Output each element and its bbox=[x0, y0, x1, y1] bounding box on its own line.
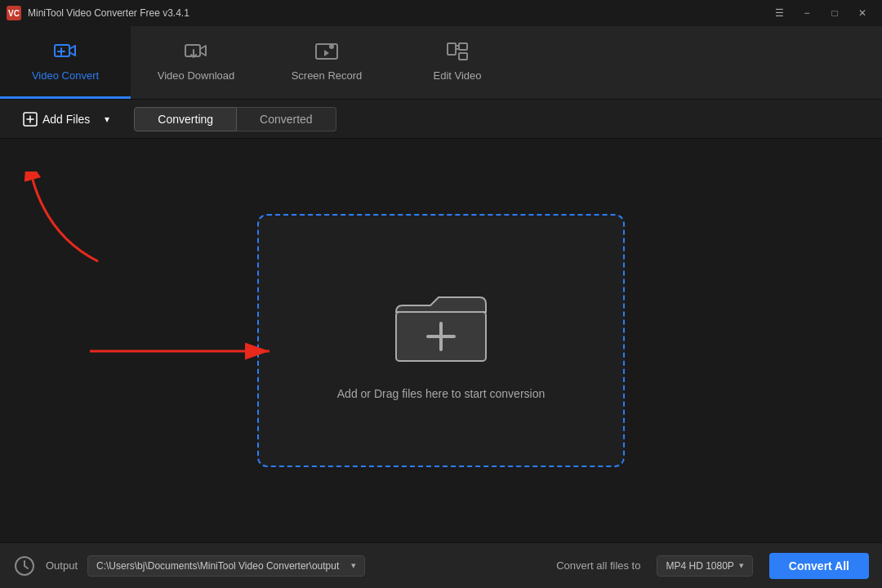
app-logo: VC bbox=[7, 6, 21, 20]
tab-group: Converting Converted bbox=[134, 107, 336, 131]
convert-all-button[interactable]: Convert All bbox=[769, 553, 869, 579]
output-path-text: C:\Users\bj\Documents\MiniTool Video Con… bbox=[96, 560, 339, 572]
arrow-annotation-mid bbox=[82, 318, 286, 384]
svg-point-3 bbox=[329, 44, 334, 49]
clock-icon bbox=[13, 555, 36, 577]
nav-item-edit-video[interactable]: Edit Video bbox=[392, 26, 523, 99]
minimize-button[interactable]: − bbox=[794, 3, 820, 23]
tab-converted[interactable]: Converted bbox=[237, 107, 336, 131]
svg-rect-5 bbox=[459, 43, 467, 50]
nav-label-edit-video: Edit Video bbox=[433, 69, 481, 82]
format-text: MP4 HD 1080P bbox=[666, 560, 733, 572]
video-download-icon bbox=[183, 38, 209, 65]
nav-label-video-download: Video Download bbox=[158, 69, 234, 82]
format-selector[interactable]: MP4 HD 1080P ▾ bbox=[657, 555, 752, 577]
window-controls: ☰ − □ ✕ bbox=[766, 3, 875, 23]
format-dropdown-icon: ▾ bbox=[739, 560, 744, 571]
arrow-annotation-top bbox=[24, 172, 122, 270]
title-left: VC MiniTool Video Converter Free v3.4.1 bbox=[7, 6, 189, 20]
video-convert-icon bbox=[52, 38, 78, 65]
toolbar: Add Files ▾ Converting Converted bbox=[0, 100, 882, 139]
output-path-dropdown[interactable]: ▾ bbox=[351, 560, 356, 571]
nav-label-video-convert: Video Convert bbox=[32, 69, 99, 82]
nav-item-screen-record[interactable]: Screen Record bbox=[261, 26, 392, 99]
edit-video-icon bbox=[444, 38, 470, 65]
add-files-label: Add Files bbox=[42, 113, 90, 126]
title-bar: VC MiniTool Video Converter Free v3.4.1 … bbox=[0, 0, 882, 26]
nav-bar: Video Convert Video Download Screen Reco… bbox=[0, 26, 882, 100]
status-bar: Output C:\Users\bj\Documents\MiniTool Vi… bbox=[0, 542, 882, 588]
nav-item-video-download[interactable]: Video Download bbox=[131, 26, 261, 99]
title-text: MiniTool Video Converter Free v3.4.1 bbox=[28, 7, 189, 19]
close-button[interactable]: ✕ bbox=[849, 3, 875, 23]
tab-converting[interactable]: Converting bbox=[134, 107, 237, 131]
main-content: Add or Drag files here to start conversi… bbox=[0, 139, 882, 542]
convert-all-label: Convert all files to bbox=[556, 559, 640, 572]
svg-rect-4 bbox=[448, 43, 456, 55]
drop-zone[interactable]: Add or Drag files here to start conversi… bbox=[257, 214, 625, 467]
screen-record-icon bbox=[314, 38, 340, 65]
drop-hint-text: Add or Drag files here to start conversi… bbox=[337, 387, 545, 400]
restore-button[interactable]: □ bbox=[822, 3, 848, 23]
nav-item-video-convert[interactable]: Video Convert bbox=[0, 26, 131, 99]
menu-button[interactable]: ☰ bbox=[766, 3, 792, 23]
nav-label-screen-record: Screen Record bbox=[292, 69, 363, 82]
add-files-button[interactable]: Add Files bbox=[13, 107, 100, 131]
output-path[interactable]: C:\Users\bj\Documents\MiniTool Video Con… bbox=[87, 555, 365, 577]
add-files-dropdown-button[interactable]: ▾ bbox=[100, 107, 114, 131]
add-files-icon bbox=[23, 112, 38, 127]
output-label: Output bbox=[46, 559, 78, 572]
svg-rect-6 bbox=[459, 53, 467, 60]
folder-add-icon bbox=[388, 281, 494, 371]
